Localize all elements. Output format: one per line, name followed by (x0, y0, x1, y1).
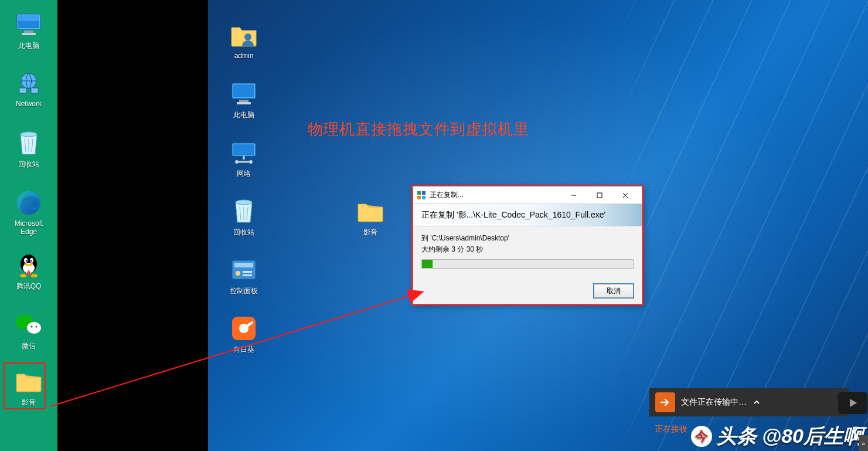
guest-icon-this-pc[interactable]: 此电脑 (217, 80, 270, 120)
svg-point-36 (236, 271, 240, 276)
svg-rect-46 (597, 193, 602, 198)
guest-icon-label: 回收站 (217, 228, 270, 238)
vmware-transfer-bar[interactable]: 文件正在传输中… (649, 388, 849, 416)
guest-icon-label: 控制面板 (217, 286, 270, 296)
svg-rect-4 (22, 33, 36, 35)
minimize-button[interactable] (561, 187, 587, 204)
guest-icon-label: admin (217, 52, 270, 60)
network-icon (15, 69, 43, 97)
svg-rect-26 (233, 84, 254, 97)
svg-rect-38 (243, 274, 252, 276)
guest-icon-control-panel[interactable]: 控制面板 (217, 256, 270, 296)
guest-icon-recycle-bin[interactable]: 回收站 (217, 197, 270, 238)
svg-point-22 (30, 325, 32, 327)
watermark: 今 头条 @80后生啊 (691, 423, 863, 450)
guest-icon-user-folder[interactable]: admin (217, 21, 270, 60)
host-icon-label: 回收站 (0, 160, 57, 169)
host-icon-label: 此电脑 (0, 41, 57, 51)
host-icon-network[interactable]: Network (0, 69, 57, 108)
vmware-icon (417, 191, 426, 200)
network-icon (230, 138, 258, 167)
svg-point-12 (24, 258, 28, 263)
guest-icon-label: 网络 (217, 169, 270, 179)
svg-point-13 (30, 258, 33, 263)
annotation-headline: 物理机直接拖拽文件到虚拟机里 (308, 119, 529, 140)
host-icon-label: Microsoft Edge (0, 219, 57, 236)
vm-letterbox (57, 0, 208, 451)
svg-rect-43 (422, 191, 426, 195)
svg-rect-37 (243, 271, 252, 273)
copy-dialog-header: 正在复制 '影...\K-Lite_Codec_Pack_1610_Full.e… (413, 204, 642, 226)
chevron-up-icon[interactable] (753, 398, 761, 406)
guest-icon-label: 影音 (344, 228, 397, 238)
guest-icon-dropped-folder[interactable]: 影音 (344, 197, 397, 238)
copy-dialog-progressbar (421, 259, 634, 269)
svg-rect-30 (233, 144, 254, 155)
user-folder-icon (230, 21, 258, 49)
copy-dialog-title: 正在复制... (430, 190, 561, 200)
svg-rect-44 (417, 196, 421, 199)
toutiao-icon: 今 (691, 426, 712, 447)
svg-point-31 (235, 160, 239, 164)
svg-point-15 (30, 260, 32, 262)
close-button[interactable] (612, 187, 638, 204)
svg-rect-7 (31, 88, 38, 93)
play-button-icon[interactable] (838, 392, 867, 414)
watermark-text: 头条 @80后生啊 (717, 423, 863, 450)
host-icon-this-pc[interactable]: 此电脑 (0, 11, 57, 51)
host-icon-edge[interactable]: Microsoft Edge (0, 189, 57, 236)
svg-point-16 (20, 274, 27, 277)
svg-point-17 (30, 274, 38, 277)
receiving-status: 正在接收 (655, 424, 687, 435)
svg-rect-2 (18, 15, 39, 21)
guest-icon-label: 此电脑 (217, 110, 270, 120)
host-icon-label: 腾讯QQ (0, 282, 57, 291)
guest-icon-network[interactable]: 网络 (217, 138, 270, 179)
copy-dialog-progress-fill (422, 260, 433, 268)
pc-icon (15, 11, 43, 39)
svg-rect-35 (234, 263, 253, 267)
host-icon-wechat[interactable]: 微信 (0, 311, 57, 351)
svg-rect-28 (237, 102, 251, 104)
copy-dialog-titlebar[interactable]: 正在复制... (413, 186, 642, 204)
skip-chevron-icon[interactable]: » (859, 435, 868, 451)
copy-dialog-eta: 大约剩余 3 分 30 秒 (421, 245, 634, 255)
sunlogin-icon (230, 314, 258, 343)
svg-point-8 (21, 132, 37, 137)
copy-dialog[interactable]: 正在复制... 正在复制 '影...\K-Lite_Codec_Pack_161… (413, 186, 642, 304)
edge-icon (15, 189, 43, 217)
annotation-highlight-source (4, 362, 46, 409)
folder-icon (356, 197, 384, 225)
host-icon-label: 微信 (0, 341, 57, 351)
control-panel-icon (230, 256, 258, 284)
svg-rect-3 (24, 30, 33, 33)
host-icon-qq[interactable]: 腾讯QQ (0, 251, 57, 291)
svg-point-21 (26, 319, 29, 321)
transfer-arrow-icon (655, 392, 675, 412)
host-icon-label: Network (0, 100, 57, 108)
host-icon-recycle-bin[interactable]: 回收站 (0, 129, 57, 169)
copy-dialog-body: 到 'C:\Users\admin\Desktop' 大约剩余 3 分 30 秒 (413, 226, 642, 269)
wechat-icon (15, 311, 43, 339)
guest-icon-sunlogin[interactable]: 向日葵 (217, 314, 270, 355)
svg-rect-45 (422, 196, 426, 199)
cancel-button[interactable]: 取消 (594, 284, 634, 298)
qq-icon (15, 251, 43, 279)
recycle-bin-icon (230, 197, 258, 225)
pc-icon (230, 80, 258, 108)
svg-rect-42 (417, 191, 421, 195)
maximize-button[interactable] (587, 187, 612, 204)
svg-point-19 (27, 322, 41, 334)
svg-point-24 (244, 33, 251, 40)
svg-rect-6 (19, 88, 26, 93)
svg-point-23 (35, 325, 37, 327)
copy-dialog-destination: 到 'C:\Users\admin\Desktop' (421, 233, 634, 243)
svg-point-20 (21, 319, 23, 321)
host-desktop: 此电脑 Network 回收站 Microsoft Edge 腾讯QQ 微信 (0, 0, 57, 451)
recycle-bin-icon (15, 129, 43, 157)
svg-point-32 (249, 160, 253, 164)
guest-icon-label: 向日葵 (217, 345, 270, 355)
svg-point-14 (26, 260, 28, 262)
svg-rect-27 (239, 100, 249, 102)
transfer-bar-text: 文件正在传输中… (681, 397, 747, 408)
